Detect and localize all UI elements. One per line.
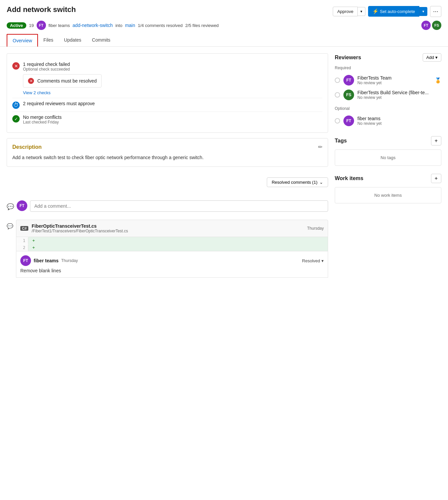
file-header: C# FiberOpticTransceiverTest.cs /FiberTe… [16,220,328,237]
check-item-failed: ✕ 1 required check failed Optional check… [12,59,322,98]
work-items-title: Work items [335,175,363,181]
check-failed-title: 1 required check failed [23,62,102,67]
sidebar: Reviewers Add ▾ Required FT FiberTests T… [335,53,441,278]
autocomplete-button[interactable]: ⚡ Set auto-complete [368,6,419,17]
thread-avatar: FT [20,255,31,266]
reviewer-info-fs: FiberTests Build Service (fiber-te... No… [357,90,441,100]
reviewer-status-fs: No review yet [357,95,441,100]
resolved-comments-button[interactable]: Resolved comments (1) ⌄ [267,177,328,187]
tags-title: Tags [335,138,347,144]
description-title: Description [12,144,42,150]
reviewer-avatar-fs: FS [343,90,354,100]
resolved-comments-label: Resolved comments (1) [272,180,317,185]
reviewer-avatar-optional-ft: FT [343,116,354,126]
reviewer-name-fs: FiberTests Build Service (fiber-te... [357,90,441,95]
no-work-items-box: No work items [335,187,441,203]
check-failed-subtitle: Optional check succeeded [23,67,102,72]
reviewer-avatar-ft: FT [343,75,354,86]
thread-time: Thursday [61,258,78,263]
check-success-title: No merge conflicts [23,115,62,120]
reviewer-radio-ft[interactable] [335,78,340,83]
comment-icon: 💬 [7,200,14,210]
commits-count: 19 [29,23,34,28]
nav-tabs: Overview Files Updates Commits [0,34,448,47]
approve-button[interactable]: Approve [333,7,357,16]
add-work-item-button[interactable]: + [431,174,441,183]
no-tags-box: No tags [335,149,441,166]
file-path: /FiberTest1/Transceivers/FiberOpticTrans… [32,229,128,233]
description-text: Add a network switch test to check fiber… [12,154,322,161]
avatar-author: FT [37,21,46,30]
file-comment-block: 💬 C# FiberOpticTransceiverTest.cs /Fiber… [7,220,328,278]
more-actions-button[interactable]: ⋯ [430,6,441,17]
comment-input-area: 💬 FT [7,198,328,214]
no-tags-text: No tags [381,155,396,160]
tab-files[interactable]: Files [38,34,59,47]
code-block: 1 + 2 + [16,237,328,251]
reviewer-info-ft: FiberTests Team No review yet [357,75,431,85]
approve-dropdown[interactable]: ▾ [358,7,365,16]
pr-title: Add network switch [7,5,76,14]
avatar-fs-right: FS [432,21,441,30]
branch-from-link[interactable]: add-network-switch [73,23,113,28]
resolved-chevron: ⌄ [319,180,323,185]
files-reviewed: 2/5 files reviewed [185,23,219,28]
avatar-ft-right: FT [421,21,431,30]
autocomplete-button-group: ⚡ Set auto-complete ▾ [368,6,427,17]
reviewer-name-ft: FiberTests Team [357,75,431,81]
comments-resolved: 1/4 comments resolved [138,23,183,28]
check-pending-title: 2 required reviewers must approve [23,101,95,106]
tab-overview[interactable]: Overview [7,34,38,47]
tags-section: Tags + No tags [335,136,441,166]
main-content: ✕ 1 required check failed Optional check… [7,53,328,278]
required-label: Required [335,66,441,70]
add-tag-button[interactable]: + [431,136,441,145]
resolved-comments-area: Resolved comments (1) ⌄ [7,172,328,192]
autocomplete-dropdown[interactable]: ▾ [419,7,427,16]
thread-resolved-button[interactable]: Resolved ▾ [302,258,324,263]
check-item-pending: ⏱ 2 required reviewers must approve [12,98,322,112]
reviewer-item-optional-ft: FT fiber teams No review yet [335,114,441,128]
thread-block: FT fiber teams Thursday Resolved ▾ Remov… [16,251,328,278]
fail-icon: ✕ [12,62,20,70]
pending-icon: ⏱ [12,102,20,109]
optional-label: Optional [335,106,441,111]
reviewer-item-ft: FT FiberTests Team No review yet 🏅 [335,73,441,88]
inner-check-box: ✕ Comments must be resolved [23,74,102,88]
thread-header: FT fiber teams Thursday Resolved ▾ [20,255,324,266]
reviewer-radio-optional-ft[interactable] [335,118,340,124]
thread-text: Remove blank lines [20,268,324,273]
reviewer-item-fs: FS FiberTests Build Service (fiber-te...… [335,88,441,102]
inner-check-text: Comments must be resolved [37,78,97,84]
tab-commits[interactable]: Commits [87,34,116,47]
tab-updates[interactable]: Updates [59,34,87,47]
branch-to-link[interactable]: main [125,23,135,28]
check-success-subtitle: Last checked Friday [23,120,62,125]
reviewer-badge-ft: 🏅 [435,77,441,84]
reviewers-title: Reviewers [335,55,361,61]
edit-description-icon[interactable]: ✏ [318,144,322,150]
file-lang-badge: C# [20,226,28,231]
pr-meta: Active 19 FT fiber teams add-network-swi… [7,21,441,30]
add-reviewer-button[interactable]: Add ▾ [423,53,441,62]
success-icon: ✓ [12,115,20,123]
file-block-content: C# FiberOpticTransceiverTest.cs /FiberTe… [16,220,328,278]
reviewer-status-ft: No review yet [357,81,431,85]
code-line-2: 2 + [16,244,328,251]
check-item-success: ✓ No merge conflicts Last checked Friday [12,112,322,127]
work-items-section: Work items + No work items [335,174,441,203]
comment-input[interactable] [30,200,328,212]
file-name[interactable]: FiberOpticTransceiverTest.cs [32,223,128,229]
comment-avatar: FT [17,200,27,211]
inner-fail-icon: ✕ [28,78,34,84]
reviewer-radio-fs[interactable] [335,92,340,98]
thread-author: fiber teams [34,258,59,263]
team-name: fiber teams [49,23,70,28]
header-actions: Approve ▾ ⚡ Set auto-complete ▾ ⋯ [333,6,441,17]
view-checks-link[interactable]: View 2 checks [23,90,102,95]
no-work-items-text: No work items [374,193,402,198]
status-badge: Active [7,22,26,29]
approve-button-group: Approve ▾ [333,7,365,16]
reviewer-status-optional-ft: No review yet [357,121,441,126]
reviewer-name-optional-ft: fiber teams [357,116,441,121]
